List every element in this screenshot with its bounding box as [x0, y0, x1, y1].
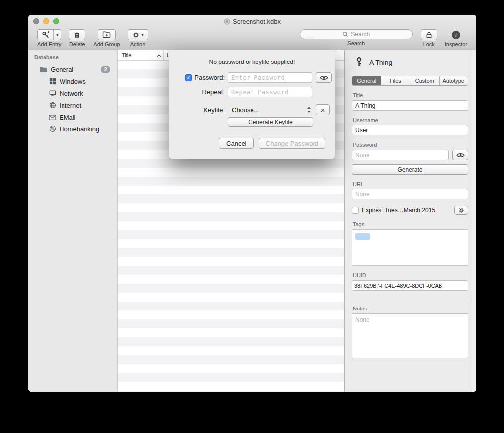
- window-title: Screenshot.kdbx: [233, 18, 281, 25]
- sidebar-item-label: Windows: [60, 78, 86, 85]
- entry-count-badge: 2: [101, 66, 110, 73]
- zoom-button[interactable]: [53, 18, 59, 24]
- sheet-message: No password or keyfile supplied!: [169, 59, 335, 65]
- repeat-label: Repeat:: [202, 88, 225, 96]
- reveal-password-button[interactable]: [452, 150, 468, 160]
- expires-label: Expires: Tues…March 2015: [362, 207, 451, 214]
- tag-chip[interactable]: [355, 233, 370, 240]
- tags-label: Tags: [353, 221, 467, 227]
- lock-icon: [425, 31, 433, 39]
- sidebar-item-label: Network: [60, 90, 83, 97]
- sidebar-item-homebanking[interactable]: Homebanking: [28, 123, 117, 135]
- entry-title: A Thing: [369, 59, 392, 66]
- action-button[interactable]: ▾: [128, 29, 148, 40]
- sidebar-item-network[interactable]: Network: [28, 87, 117, 99]
- username-label: Username: [353, 117, 467, 123]
- inspector-label: Inspector: [445, 41, 467, 47]
- cancel-button[interactable]: Cancel: [219, 138, 254, 149]
- delete-button[interactable]: [69, 29, 85, 40]
- password-checkbox[interactable]: ✓: [185, 74, 192, 81]
- sidebar-group-label: General: [51, 66, 101, 73]
- inspector-scrollbar[interactable]: [472, 50, 476, 392]
- gear-icon: [458, 207, 464, 213]
- enter-password-input[interactable]: [228, 72, 312, 83]
- change-password-sheet: No password or keyfile supplied! ✓ Passw…: [169, 50, 335, 159]
- eye-icon: [456, 152, 465, 158]
- inspector-panel: A Thing General Files Custom Autotype Ti…: [345, 50, 476, 392]
- sidebar-item-email[interactable]: EMail: [28, 111, 117, 123]
- envelope-icon: [48, 115, 57, 120]
- username-field[interactable]: [352, 125, 468, 135]
- windows-icon: [48, 78, 57, 85]
- inspector-toggle-button[interactable]: i: [448, 29, 464, 40]
- sidebar-header: Database: [28, 54, 117, 63]
- add-entry-button[interactable]: ▾: [37, 29, 61, 40]
- tab-files[interactable]: Files: [381, 76, 410, 85]
- document-proxy-icon: [224, 18, 230, 25]
- add-entry-dropdown-arrow[interactable]: ▾: [53, 30, 61, 40]
- gear-icon: [132, 31, 140, 39]
- show-password-button[interactable]: [316, 72, 332, 83]
- title-field[interactable]: [352, 100, 468, 111]
- uuid-field[interactable]: [352, 280, 468, 291]
- percent-coin-icon: [48, 125, 57, 132]
- inspector-tabs: General Files Custom Autotype: [352, 76, 468, 86]
- lock-button[interactable]: [421, 29, 437, 40]
- search-field[interactable]: Search: [300, 29, 413, 39]
- search-placeholder: Search: [351, 31, 370, 38]
- action-dropdown-arrow: ▾: [142, 33, 144, 37]
- column-title-label: Title: [122, 52, 131, 58]
- url-label: URL: [353, 181, 467, 187]
- delete-label: Delete: [69, 41, 85, 47]
- url-field[interactable]: [352, 189, 468, 199]
- sidebar: Database General 2 Windows Network: [28, 50, 118, 392]
- trash-icon: [73, 31, 81, 39]
- titlebar[interactable]: Screenshot.kdbx: [28, 15, 476, 28]
- eye-icon: [319, 75, 329, 81]
- close-button[interactable]: [33, 18, 39, 24]
- password-label: Password: [353, 142, 467, 148]
- keyfile-label: Keyfile:: [203, 106, 225, 114]
- clear-keyfile-button[interactable]: ×: [316, 104, 330, 115]
- minimize-button[interactable]: [43, 18, 49, 24]
- tab-custom[interactable]: Custom: [410, 76, 439, 85]
- sidebar-group-general[interactable]: General 2: [28, 63, 117, 75]
- notes-label: Notes: [353, 306, 467, 311]
- change-password-button[interactable]: Change Password: [259, 138, 325, 149]
- globe-icon: [48, 102, 57, 109]
- add-group-label: Add Group: [93, 41, 120, 47]
- column-header-title[interactable]: Title: [118, 50, 164, 60]
- keyfile-popup[interactable]: Choose...: [228, 105, 312, 115]
- sidebar-item-label: Internet: [60, 102, 81, 109]
- sort-ascending-icon: [157, 52, 161, 58]
- add-entry-key-icon: [38, 30, 53, 40]
- network-icon: [48, 90, 57, 97]
- info-icon: i: [452, 31, 460, 39]
- sidebar-item-windows[interactable]: Windows: [28, 75, 117, 87]
- key-icon: [354, 57, 364, 69]
- sidebar-item-label: EMail: [60, 114, 76, 121]
- repeat-password-input[interactable]: [228, 87, 312, 97]
- notes-field[interactable]: [352, 313, 468, 358]
- generate-password-button[interactable]: Generate: [352, 164, 468, 175]
- folder-icon: [39, 66, 48, 73]
- add-group-button[interactable]: [98, 29, 116, 40]
- password-field[interactable]: [352, 150, 449, 160]
- action-label: Action: [130, 41, 146, 47]
- search-icon: [342, 31, 348, 37]
- expires-checkbox[interactable]: [352, 207, 359, 214]
- tab-general[interactable]: General: [352, 76, 381, 85]
- toolbar: ▾ Add Entry Delete Add Group: [28, 28, 476, 50]
- window-chrome: Screenshot.kdbx ▾ Add Entry: [28, 15, 476, 50]
- close-x-icon: ×: [321, 106, 325, 114]
- sidebar-item-internet[interactable]: Internet: [28, 99, 117, 111]
- generate-keyfile-button[interactable]: Generate Keyfile: [228, 117, 313, 127]
- tags-field[interactable]: [352, 229, 468, 266]
- dialog-password-label: Password:: [194, 74, 225, 81]
- sidebar-item-label: Homebanking: [60, 125, 99, 133]
- divider: [345, 299, 476, 299]
- expires-settings-button[interactable]: [454, 206, 468, 215]
- tab-autotype[interactable]: Autotype: [439, 76, 468, 85]
- checkmark-icon: ✓: [187, 75, 190, 80]
- keyfile-selected-value: Choose...: [232, 106, 259, 114]
